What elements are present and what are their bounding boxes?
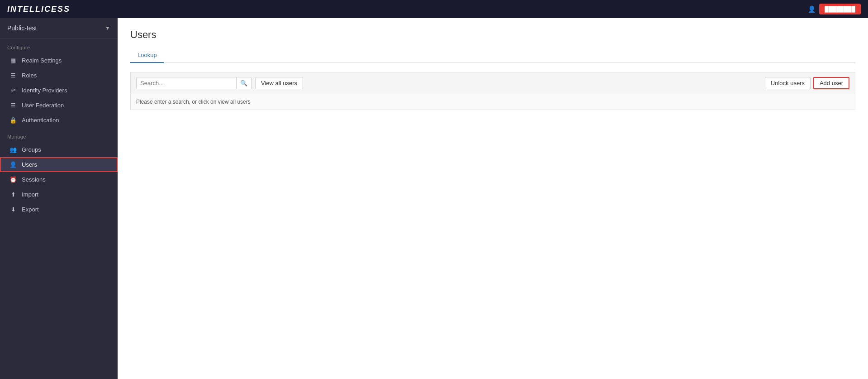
- sidebar-item-label: Export: [22, 206, 39, 213]
- sidebar-item-label: Groups: [22, 146, 41, 153]
- hint-text: Please enter a search, or click on view …: [130, 94, 855, 110]
- sidebar-item-import[interactable]: ⬆ Import: [0, 187, 118, 202]
- user-single-icon: 👤: [9, 161, 17, 168]
- sidebar-item-roles[interactable]: ☰ Roles: [0, 68, 118, 83]
- sidebar-item-groups[interactable]: 👥 Groups: [0, 142, 118, 157]
- clock-icon: ⏰: [9, 176, 17, 183]
- user-menu-button[interactable]: ████████: [819, 4, 861, 14]
- sidebar-item-label: Sessions: [22, 176, 46, 183]
- manage-section-label: Manage: [0, 128, 118, 142]
- import-icon: ⬆: [9, 191, 17, 198]
- sidebar-item-label: User Federation: [22, 102, 64, 109]
- add-user-button[interactable]: Add user: [813, 77, 849, 89]
- sidebar-item-export[interactable]: ⬇ Export: [0, 202, 118, 217]
- brand-logo: INTELLICESS: [7, 5, 70, 14]
- unlock-users-button[interactable]: Unlock users: [765, 77, 811, 89]
- navbar: INTELLICESS 👤 ████████: [0, 0, 868, 18]
- sidebar-item-label: Import: [22, 191, 38, 198]
- navbar-right: 👤 ████████: [808, 4, 861, 14]
- user-federation-icon: ☰: [9, 102, 17, 109]
- view-all-users-button[interactable]: View all users: [255, 77, 303, 89]
- user-icon: 👤: [808, 5, 816, 13]
- sidebar-item-user-federation[interactable]: ☰ User Federation: [0, 98, 118, 113]
- lock-icon: 🔒: [9, 117, 17, 124]
- identity-providers-icon: ⇌: [9, 87, 17, 94]
- configure-section-label: Configure: [0, 38, 118, 53]
- sidebar-item-label: Roles: [22, 72, 37, 79]
- search-button[interactable]: 🔍: [236, 77, 251, 89]
- sidebar-item-sessions[interactable]: ⏰ Sessions: [0, 172, 118, 187]
- page-title: Users: [130, 29, 855, 41]
- roles-icon: ☰: [9, 72, 17, 79]
- tab-bar: Lookup: [130, 48, 855, 63]
- sidebar-item-users[interactable]: 👤 Users: [0, 157, 118, 172]
- search-input-wrap: 🔍: [136, 77, 251, 89]
- search-bar: 🔍 View all users Unlock users Add user: [130, 72, 855, 94]
- sidebar-item-realm-settings[interactable]: ▦ Realm Settings: [0, 53, 118, 68]
- realm-selector[interactable]: Public-test ▼: [0, 18, 118, 38]
- sidebar-item-label: Realm Settings: [22, 57, 62, 64]
- export-icon: ⬇: [9, 206, 17, 213]
- search-input[interactable]: [137, 77, 236, 89]
- tab-lookup[interactable]: Lookup: [130, 48, 164, 63]
- groups-icon: 👥: [9, 146, 17, 153]
- sidebar-item-identity-providers[interactable]: ⇌ Identity Providers: [0, 83, 118, 98]
- sidebar-item-label: Users: [22, 161, 37, 168]
- realm-name: Public-test: [7, 24, 37, 32]
- sidebar-item-label: Identity Providers: [22, 87, 67, 94]
- chevron-down-icon: ▼: [105, 25, 110, 31]
- grid-icon: ▦: [9, 57, 17, 64]
- right-buttons: Unlock users Add user: [765, 77, 849, 89]
- sidebar-item-authentication[interactable]: 🔒 Authentication: [0, 113, 118, 128]
- sidebar-item-label: Authentication: [22, 117, 59, 124]
- sidebar: Public-test ▼ Configure ▦ Realm Settings…: [0, 18, 118, 379]
- main-content: Users Lookup 🔍 View all users Unlock use…: [118, 18, 868, 379]
